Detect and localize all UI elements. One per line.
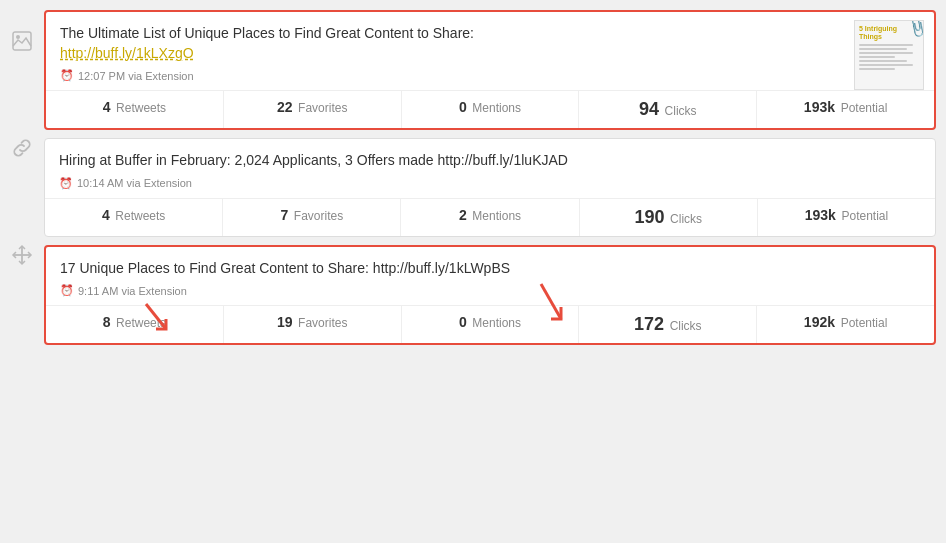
card-2-stats: 4 Retweets 7 Favorites 2 Mentions 190 Cl… [45, 198, 935, 236]
post-card-3: 17 Unique Places to Find Great Content t… [44, 245, 936, 346]
stat-retweets-2: 4 Retweets [45, 199, 223, 236]
stat-potential-1: 193k Potential [757, 91, 934, 128]
thumbnail-title: 5 Intriguing Things [859, 25, 919, 42]
svg-line-5 [541, 284, 561, 319]
card-1-title: The Ultimate List of Unique Places to Fi… [60, 24, 920, 63]
thumb-line-3 [859, 52, 913, 54]
thumb-line-6 [859, 64, 913, 66]
card-1-link[interactable]: http://buff.ly/1kLXzgO [60, 45, 194, 61]
thumb-line-7 [859, 68, 895, 70]
card-1-stats: 4 Retweets 22 Favorites 0 Mentions 94 Cl… [46, 90, 934, 128]
stat-mentions-1: 0 Mentions [402, 91, 580, 128]
thumbnail-lines [859, 44, 919, 70]
card-3-title: 17 Unique Places to Find Great Content t… [60, 259, 920, 279]
stat-clicks-3: 172 Clicks [579, 306, 757, 343]
card-1-meta: ⏰ 12:07 PM via Extension [60, 69, 920, 82]
svg-point-1 [16, 35, 20, 39]
card-3-meta: ⏰ 9:11 AM via Extension [60, 284, 920, 297]
thumb-line-2 [859, 48, 907, 50]
card-1-thumbnail: 📎 5 Intriguing Things [854, 20, 924, 90]
red-arrow-right [536, 279, 576, 329]
clock-icon-2: ⏰ [59, 177, 73, 190]
clock-icon-1: ⏰ [60, 69, 74, 82]
post-card-2: Hiring at Buffer in February: 2,024 Appl… [44, 138, 936, 237]
move-icon[interactable] [11, 244, 33, 271]
clock-icon-3: ⏰ [60, 284, 74, 297]
thumbnail-inner: 5 Intriguing Things [855, 21, 923, 89]
thumb-line-4 [859, 56, 895, 58]
red-arrow-left [141, 299, 181, 339]
link-icon[interactable] [11, 137, 33, 164]
stat-favorites-1: 22 Favorites [224, 91, 402, 128]
stat-mentions-2: 2 Mentions [401, 199, 579, 236]
thumb-line-1 [859, 44, 913, 46]
stat-retweets-1: 4 Retweets [46, 91, 224, 128]
card-2-meta: ⏰ 10:14 AM via Extension [59, 177, 921, 190]
stat-retweets-3: 8 Retweets [46, 306, 224, 343]
svg-line-4 [146, 304, 166, 329]
stat-potential-3: 192k Potential [757, 306, 934, 343]
image-icon[interactable] [11, 30, 33, 57]
thumb-line-5 [859, 60, 907, 62]
stat-clicks-2: 190 Clicks [580, 199, 758, 236]
post-card-1: The Ultimate List of Unique Places to Fi… [44, 10, 936, 130]
cards-container: The Ultimate List of Unique Places to Fi… [44, 10, 946, 345]
card-1-body: The Ultimate List of Unique Places to Fi… [46, 12, 934, 90]
stat-favorites-2: 7 Favorites [223, 199, 401, 236]
sidebar [0, 10, 44, 271]
stat-favorites-3: 19 Favorites [224, 306, 402, 343]
card-2-title: Hiring at Buffer in February: 2,024 Appl… [59, 151, 921, 171]
stat-potential-2: 193k Potential [758, 199, 935, 236]
stat-clicks-1: 94 Clicks [579, 91, 757, 128]
card-3-body: 17 Unique Places to Find Great Content t… [46, 247, 934, 306]
card-2-body: Hiring at Buffer in February: 2,024 Appl… [45, 139, 935, 198]
